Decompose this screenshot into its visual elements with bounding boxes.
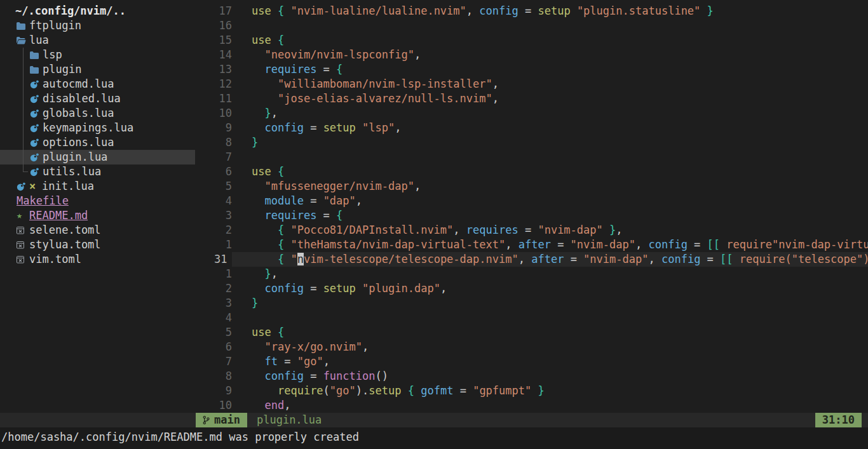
tree-item-selene-toml[interactable]: selene.toml: [0, 223, 195, 238]
tree-item-label: options.lua: [43, 135, 114, 150]
tree-item-keymapings-lua[interactable]: keymapings.lua: [0, 121, 195, 135]
tree-item-options-lua[interactable]: options.lua: [0, 135, 195, 150]
code-line[interactable]: 2 { "Pocco81/DAPInstall.nvim", requires …: [195, 223, 868, 238]
token: [284, 4, 290, 17]
code-line[interactable]: 16: [195, 18, 868, 33]
code-line[interactable]: 5 "mfussenegger/nvim-dap",: [195, 179, 868, 194]
code-line[interactable]: 2 config = setup "plugin.dap",: [195, 281, 868, 296]
token: function: [323, 370, 376, 382]
token: setup: [538, 4, 570, 17]
token: [700, 4, 707, 17]
code-line[interactable]: 14 "neovim/nvim-lspconfig",: [195, 48, 868, 62]
toml-icon: [17, 255, 29, 264]
token: }: [252, 297, 258, 309]
tree-item-ftplugin[interactable]: ftplugin: [0, 18, 195, 33]
neovim-window: ~/.config/nvim/.. ftpluginlualsppluginau…: [0, 0, 868, 449]
tree-item-autocmd-lua[interactable]: autocmd.lua: [0, 77, 195, 91]
tree-item-lsp[interactable]: lsp: [0, 48, 195, 62]
token: ,: [519, 253, 531, 265]
code-line[interactable]: 3}: [195, 296, 868, 311]
token: {: [408, 384, 414, 397]
lua-icon: [30, 80, 43, 89]
token: ,: [492, 77, 499, 90]
tree-item-readme-md[interactable]: ★README.md: [0, 208, 195, 223]
code-line[interactable]: 6 "ray-x/go.nvim",: [195, 340, 868, 354]
tree-item-label: vim.toml: [29, 252, 81, 267]
token: config: [661, 253, 700, 265]
token: }: [609, 224, 616, 236]
token: setup: [323, 282, 356, 295]
code-text: module = "dap",: [232, 194, 868, 208]
code-line[interactable]: 11 "jose-elias-alvarez/null-ls.nvim",: [195, 91, 868, 106]
tree-guide-line: [17, 121, 30, 135]
tree-item-label: autocmd.lua: [43, 77, 114, 91]
code-line[interactable]: 8}: [195, 135, 868, 150]
toml-icon: [17, 241, 29, 249]
code-line[interactable]: 9 config = setup "lsp",: [195, 121, 868, 135]
code-line[interactable]: 15use {: [195, 33, 868, 48]
tree-item-lua[interactable]: lua: [0, 33, 195, 48]
tree-item-utils-lua[interactable]: utils.lua: [0, 164, 195, 179]
code-line[interactable]: 9 require("go").setup { gofmt = "gpfumpt…: [195, 384, 868, 398]
line-number: 3: [195, 296, 232, 311]
code-line[interactable]: 10 },: [195, 106, 868, 121]
code-text: [232, 150, 868, 164]
line-number: 16: [195, 18, 232, 33]
token: ft: [264, 355, 277, 368]
tree-guide-line: [17, 91, 30, 106]
token: [284, 238, 290, 251]
token: "jose-elias-alvarez/null-ls.nvim": [278, 92, 492, 105]
code-line[interactable]: 10 end,: [195, 398, 868, 413]
token: [284, 253, 290, 265]
code-line[interactable]: 6use {: [195, 164, 868, 179]
token: }: [538, 384, 545, 397]
token: =: [519, 224, 538, 236]
code-line-current[interactable]: 31 { "nvim-telescope/telescope-dap.nvim"…: [195, 252, 868, 267]
code-line[interactable]: 12 "williamboman/nvim-lsp-installer",: [195, 77, 868, 91]
code-line[interactable]: 4 module = "dap",: [195, 194, 868, 208]
tree-item-init-lua[interactable]: ×init.lua: [0, 179, 195, 194]
tree-item-disabled-lua[interactable]: disabled.lua: [0, 91, 195, 106]
tree-item-makefile[interactable]: Makefile: [0, 194, 195, 208]
code-line[interactable]: 1 },: [195, 267, 868, 281]
code-line[interactable]: 4: [195, 311, 868, 325]
tree-item-globals-lua[interactable]: globals.lua: [0, 106, 195, 121]
statusline-filename: plugin.lua: [257, 413, 322, 427]
code-line[interactable]: 17use { "nvim-lualine/lualine.nvim", con…: [195, 4, 868, 18]
code-text: config = function(): [232, 369, 868, 384]
token: after: [519, 238, 551, 251]
folder-icon: [30, 66, 43, 74]
code-line[interactable]: 8 config = function(): [195, 369, 868, 384]
token: {: [336, 209, 342, 222]
tree-item-stylua-toml[interactable]: stylua.toml: [0, 238, 195, 252]
tree-item-plugin[interactable]: plugin: [0, 62, 195, 77]
lua-icon: [30, 109, 43, 118]
code-line[interactable]: 13 requires = {: [195, 62, 868, 77]
tree-guide-line: [17, 150, 30, 164]
code-text: ft = "go",: [232, 354, 868, 369]
code-text: use {: [232, 325, 868, 340]
tree-item-plugin-lua[interactable]: plugin.lua: [0, 150, 195, 164]
code-text: "ray-x/go.nvim",: [232, 340, 868, 354]
tree-item-vim-toml[interactable]: vim.toml: [0, 252, 195, 267]
token: ,: [414, 180, 421, 192]
token: vim-telescope/telescope-dap.nvim": [304, 253, 519, 265]
code-line[interactable]: 7: [195, 150, 868, 164]
code-line[interactable]: 3 requires = {: [195, 208, 868, 223]
code-line[interactable]: 7 ft = "go",: [195, 354, 868, 369]
token: ,: [648, 253, 661, 265]
code-text: requires = {: [232, 208, 868, 223]
token: [252, 253, 278, 265]
code-line[interactable]: 5use {: [195, 325, 868, 340]
token: gofmt: [421, 384, 453, 397]
main-area: ~/.config/nvim/.. ftpluginlualsppluginau…: [0, 0, 868, 413]
line-number: 7: [195, 354, 232, 369]
editor-buffer[interactable]: 17use { "nvim-lualine/lualine.nvim", con…: [195, 0, 868, 413]
token: [[: [720, 253, 733, 265]
code-line[interactable]: 1 { "theHamsta/nvim-dap-virtual-text", a…: [195, 238, 868, 252]
token: =: [316, 209, 336, 222]
token: }: [252, 136, 258, 149]
token: "neovim/nvim-lspconfig": [264, 48, 414, 61]
token: "plugin.dap": [362, 282, 440, 295]
token: use: [252, 34, 271, 46]
